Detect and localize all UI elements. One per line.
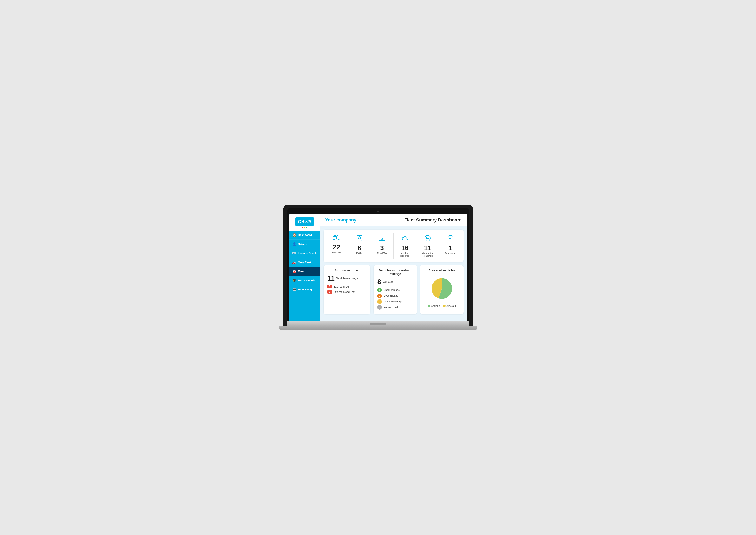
roadtax-label: Road Tax bbox=[377, 252, 387, 255]
pie-legend: Available Allocated bbox=[428, 305, 456, 307]
incidents-count: 16 bbox=[401, 244, 409, 251]
sidebar-item-grey-fleet[interactable]: 🚗 Grey Fleet bbox=[289, 258, 320, 267]
equipment-label: Equipment bbox=[445, 252, 456, 255]
mileage-row-under: 2 Under mileage bbox=[377, 288, 413, 292]
sidebar-item-label: Assessments bbox=[298, 279, 315, 282]
pie-chart bbox=[429, 276, 454, 301]
laptop-stand bbox=[279, 326, 477, 330]
person-icon: 👤 bbox=[292, 242, 296, 246]
vehicles-count: 22 bbox=[333, 244, 340, 250]
licence-icon: 🪪 bbox=[292, 251, 296, 255]
close-label: Close to mileage bbox=[384, 300, 402, 303]
sidebar-item-licence-check[interactable]: 🪪 Licence Check bbox=[289, 249, 320, 258]
logo-dot-red bbox=[302, 227, 304, 228]
warnings-count: 11 bbox=[327, 274, 335, 282]
mots-icon bbox=[356, 235, 363, 243]
action-row-mot[interactable]: 8 Expired MOT bbox=[327, 285, 367, 288]
logo-area: DAVIS bbox=[289, 214, 320, 231]
roadtax-count: 3 bbox=[380, 244, 384, 251]
sidebar-item-label: Fleet bbox=[298, 270, 304, 273]
laptop-hinge bbox=[370, 324, 386, 325]
legend-available: Available bbox=[428, 305, 440, 307]
stat-vehicles[interactable]: 22 Vehicles bbox=[325, 233, 348, 259]
mileage-row-notrecorded: 1 Not recorded bbox=[377, 305, 413, 310]
stat-odometer[interactable]: 11 Odometer Readings bbox=[417, 233, 439, 259]
mileage-count: 8 bbox=[377, 278, 381, 286]
app-container: DAVIS 🏠 bbox=[289, 214, 467, 322]
logo-dot-yellow bbox=[304, 227, 305, 228]
under-badge: 2 bbox=[377, 288, 382, 292]
vehicles-icon bbox=[332, 235, 340, 242]
roadtax-badge: 3 bbox=[327, 290, 332, 294]
equipment-count: 1 bbox=[449, 244, 452, 251]
svg-point-3 bbox=[338, 239, 340, 240]
odometer-label: Odometer Readings bbox=[419, 252, 437, 257]
action-row-roadtax[interactable]: 3 Expired Road Tax bbox=[327, 290, 367, 294]
action-main: 11 Vehicle warnings bbox=[327, 274, 367, 282]
roadtax-icon bbox=[378, 235, 386, 243]
actions-card: Actions required 11 Vehicle warnings 8 E… bbox=[324, 265, 370, 314]
stat-incidents[interactable]: 16 Incident Records bbox=[393, 233, 417, 259]
available-label: Available bbox=[431, 305, 440, 307]
under-label: Under mileage bbox=[384, 289, 399, 292]
notrecorded-label: Not recorded bbox=[384, 306, 398, 309]
svg-rect-14 bbox=[448, 236, 453, 240]
allocated-dot bbox=[443, 305, 446, 307]
mileage-vehicles-label: Vehicles bbox=[383, 280, 393, 283]
stat-mots[interactable]: 8 MOTs bbox=[348, 233, 371, 259]
sidebar-item-dashboard[interactable]: 🏠 Dashboard bbox=[289, 231, 320, 239]
equipment-icon bbox=[447, 235, 454, 243]
svg-point-4 bbox=[335, 239, 336, 240]
sidebar-item-assessments[interactable]: 🎓 Assessments bbox=[289, 276, 320, 285]
odometer-icon bbox=[424, 235, 431, 243]
sidebar-item-label: Grey Fleet bbox=[298, 261, 311, 264]
mots-label: MOTs bbox=[356, 252, 363, 255]
sidebar: DAVIS 🏠 bbox=[289, 214, 320, 322]
mileage-row-close: 2 Close to mileage bbox=[377, 299, 413, 304]
cards-row: Actions required 11 Vehicle warnings 8 E… bbox=[324, 265, 464, 314]
stats-row: 22 Vehicles bbox=[324, 230, 464, 262]
mots-count: 8 bbox=[358, 244, 361, 251]
sidebar-item-fleet[interactable]: 🚘 Fleet bbox=[289, 267, 320, 276]
mileage-title: Vehicles with contract mileage bbox=[377, 268, 413, 275]
sidebar-item-label: E-Learning bbox=[298, 288, 312, 291]
svg-point-2 bbox=[333, 239, 335, 240]
svg-rect-1 bbox=[337, 236, 340, 239]
roadtax-action-label: Expired Road Tax bbox=[334, 291, 355, 294]
mileage-vehicles: 8 Vehicles bbox=[377, 278, 413, 286]
home-icon: 🏠 bbox=[292, 233, 296, 237]
main-content: Your company Fleet Summary Dashboard bbox=[320, 214, 467, 322]
stat-equipment[interactable]: 1 Equipment bbox=[439, 233, 462, 259]
legend-allocated: Allocated bbox=[443, 305, 456, 307]
svg-point-6 bbox=[358, 237, 361, 239]
laptop-outer: DAVIS 🏠 bbox=[283, 205, 473, 326]
mileage-card: Vehicles with contract mileage 8 Vehicle… bbox=[374, 265, 417, 314]
stat-roadtax[interactable]: 3 Road Tax bbox=[371, 233, 394, 259]
fleet-car-icon: 🚘 bbox=[292, 269, 296, 273]
warnings-label: Vehicle warnings bbox=[336, 277, 358, 280]
sidebar-item-elearning[interactable]: 💻 E-Learning bbox=[289, 285, 320, 294]
available-dot bbox=[428, 305, 430, 307]
odometer-count: 11 bbox=[424, 244, 431, 251]
laptop-screen: DAVIS 🏠 bbox=[289, 214, 467, 322]
sidebar-item-label: Drivers bbox=[298, 242, 307, 246]
incidents-label: Incident Records bbox=[396, 252, 414, 257]
sidebar-nav: 🏠 Dashboard 👤 Drivers 🪪 Licence Check bbox=[289, 231, 320, 322]
sidebar-item-drivers[interactable]: 👤 Drivers bbox=[289, 239, 320, 249]
over-label: Over mileage bbox=[384, 294, 398, 297]
logo-dot-green bbox=[306, 227, 307, 228]
vehicles-label: Vehicles bbox=[332, 251, 341, 254]
pie-svg bbox=[429, 276, 454, 301]
elearning-icon: 💻 bbox=[292, 288, 296, 292]
allocated-title: Allocated vehicles bbox=[428, 268, 455, 272]
logo-text: DAVIS bbox=[298, 219, 312, 224]
logo-badge: DAVIS bbox=[295, 217, 314, 226]
screen-bezel: DAVIS 🏠 bbox=[287, 208, 469, 322]
sidebar-item-label: Licence Check bbox=[298, 252, 317, 255]
allocated-label: Allocated bbox=[446, 305, 456, 307]
header: Your company Fleet Summary Dashboard bbox=[320, 214, 467, 226]
notrecorded-badge: 1 bbox=[377, 305, 382, 310]
camera bbox=[377, 211, 379, 212]
allocated-card: Allocated vehicles bbox=[420, 265, 464, 314]
dashboard-title: Fleet Summary Dashboard bbox=[404, 217, 462, 223]
